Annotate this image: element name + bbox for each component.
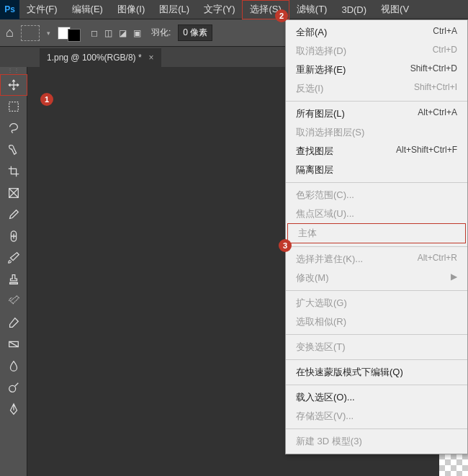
tool-crop[interactable] [0, 161, 27, 182]
menu-entry-24[interactable]: 载入选区(O)... [286, 388, 467, 407]
menu-separator [286, 290, 467, 291]
menu-entry-label: 选择并遮住(K)... [296, 253, 363, 266]
menu-entry-7[interactable]: 查找图层Alt+Shift+Ctrl+F [286, 142, 467, 161]
tool-pen[interactable] [0, 398, 27, 420]
menu-entry-shortcut: Alt+Ctrl+R [418, 253, 457, 266]
select-menu-dropdown: 全部(A)Ctrl+A取消选择(D)Ctrl+D重新选择(E)Shift+Ctr… [285, 19, 468, 454]
add-selection-icon[interactable]: ◫ [102, 27, 115, 40]
menu-entry-label: 在快速蒙版模式下编辑(Q) [296, 366, 403, 379]
menu-separator [286, 428, 467, 429]
tool-blur[interactable] [0, 355, 27, 377]
menu-item-1[interactable]: 编辑(E) [65, 0, 110, 19]
menu-entry-shortcut: Ctrl+A [433, 26, 457, 39]
tool-preset[interactable] [21, 25, 40, 41]
tools-panel: ⋮⋮ [0, 67, 27, 476]
annotation-badge-2: 2 [275, 9, 288, 22]
submenu-arrow-icon: ▶ [451, 271, 457, 284]
menu-entry-label: 修改(M) [296, 271, 329, 284]
menu-entry-label: 色彩范围(C)... [296, 189, 354, 202]
tool-frame[interactable] [0, 182, 27, 204]
menu-entry-11: 焦点区域(U)... [286, 205, 467, 223]
menu-item-7[interactable]: 3D(D) [334, 0, 374, 19]
tool-healing[interactable] [0, 225, 27, 247]
menu-entry-17: 扩大选取(G) [286, 294, 467, 313]
menu-entry-22[interactable]: 在快速蒙版模式下编辑(Q) [286, 363, 467, 382]
annotation-badge-1: 1 [40, 93, 53, 106]
menu-entry-label: 全部(A) [296, 26, 327, 39]
menu-entry-15: 修改(M)▶ [286, 269, 467, 287]
tool-stamp[interactable] [0, 269, 27, 290]
chevron-down-icon[interactable]: ▾ [47, 30, 50, 37]
subtract-selection-icon[interactable]: ◪ [117, 27, 130, 40]
menu-entry-20: 变换选区(T) [286, 338, 467, 356]
menu-entry-label: 载入选区(O)... [296, 391, 355, 404]
menu-entry-8[interactable]: 隔离图层 [286, 161, 467, 179]
tool-move[interactable] [0, 74, 27, 96]
tool-marquee[interactable] [0, 96, 27, 117]
menu-entry-14: 选择并遮住(K)...Alt+Ctrl+R [286, 250, 467, 269]
new-selection-icon[interactable]: ◻ [88, 27, 101, 40]
menu-entry-label: 选取相似(R) [296, 315, 346, 328]
menu-item-6[interactable]: 滤镜(T) [289, 0, 335, 19]
menu-entry-label: 新建 3D 模型(3) [296, 435, 362, 448]
menu-item-3[interactable]: 图层(L) [152, 0, 197, 19]
menu-entry-27: 新建 3D 模型(3) [286, 432, 467, 451]
menu-item-8[interactable]: 视图(V [374, 0, 416, 19]
menu-separator [286, 101, 467, 102]
tool-dodge[interactable] [0, 377, 27, 398]
document-tab-title: 1.png @ 100%(RGB/8) * [47, 53, 142, 63]
menu-item-0[interactable]: 文件(F) [19, 0, 65, 19]
menu-entry-label: 变换选区(T) [296, 341, 346, 354]
tool-gradient[interactable] [0, 333, 27, 355]
menu-separator [286, 334, 467, 335]
menu-entry-10: 色彩范围(C)... [286, 186, 467, 205]
selection-mode-icons: ◻ ◫ ◪ ▣ [88, 27, 144, 40]
menu-separator [286, 182, 467, 183]
menu-entry-label: 重新选择(E) [296, 63, 346, 76]
menu-entry-label: 所有图层(L) [296, 107, 345, 120]
menu-entry-1: 取消选择(D)Ctrl+D [286, 42, 467, 60]
intersect-selection-icon[interactable]: ▣ [131, 27, 144, 40]
feather-label: 羽化: [151, 27, 171, 39]
menu-entry-label: 主体 [298, 227, 317, 240]
app-logo: Ps [0, 0, 19, 19]
menu-entry-6: 取消选择图层(S) [286, 123, 467, 142]
menu-item-4[interactable]: 文字(Y) [197, 0, 242, 19]
menu-entry-18: 选取相似(R) [286, 313, 467, 331]
menu-entry-label: 扩大选取(G) [296, 297, 347, 310]
menu-entry-label: 隔离图层 [296, 163, 333, 176]
menu-entry-shortcut: Ctrl+D [433, 45, 457, 58]
menu-entry-0[interactable]: 全部(A)Ctrl+A [286, 23, 467, 42]
tool-eyedropper[interactable] [0, 204, 27, 225]
menu-entry-label: 取消选择图层(S) [296, 126, 364, 139]
menu-entry-label: 焦点区域(U)... [296, 207, 354, 220]
menu-entry-5[interactable]: 所有图层(L)Alt+Ctrl+A [286, 104, 467, 123]
tool-brush[interactable] [0, 247, 27, 269]
toolbar-grip[interactable]: ⋮⋮ [0, 67, 27, 74]
menu-entry-label: 存储选区(V)... [296, 410, 354, 423]
close-icon[interactable]: × [149, 53, 154, 63]
document-tab[interactable]: 1.png @ 100%(RGB/8) * × [40, 48, 161, 67]
home-icon[interactable]: ⌂ [6, 25, 14, 40]
annotation-badge-3: 3 [279, 239, 292, 252]
tool-history-brush[interactable] [0, 290, 27, 312]
menu-entry-shortcut: Alt+Shift+Ctrl+F [396, 145, 457, 158]
svg-point-4 [9, 385, 16, 392]
tool-eraser[interactable] [0, 312, 27, 333]
tool-lasso[interactable] [0, 117, 27, 139]
menu-entry-label: 查找图层 [296, 145, 333, 158]
menu-entry-shortcut: Alt+Ctrl+A [418, 107, 457, 120]
menu-entry-label: 取消选择(D) [296, 45, 346, 58]
background-swatch[interactable] [68, 29, 81, 42]
tool-quick-select[interactable] [0, 139, 27, 161]
swatch-pair[interactable] [58, 24, 81, 42]
menu-entry-label: 反选(I) [296, 82, 323, 95]
menu-separator [286, 359, 467, 360]
feather-value[interactable]: 0 像素 [178, 24, 212, 41]
menu-entry-shortcut: Shift+Ctrl+I [414, 82, 457, 95]
menu-entry-12: 主体 [287, 223, 466, 243]
menu-entry-3: 反选(I)Shift+Ctrl+I [286, 79, 467, 98]
menu-entry-2[interactable]: 重新选择(E)Shift+Ctrl+D [286, 60, 467, 79]
menu-separator [286, 385, 467, 385]
menu-item-2[interactable]: 图像(I) [110, 0, 152, 19]
